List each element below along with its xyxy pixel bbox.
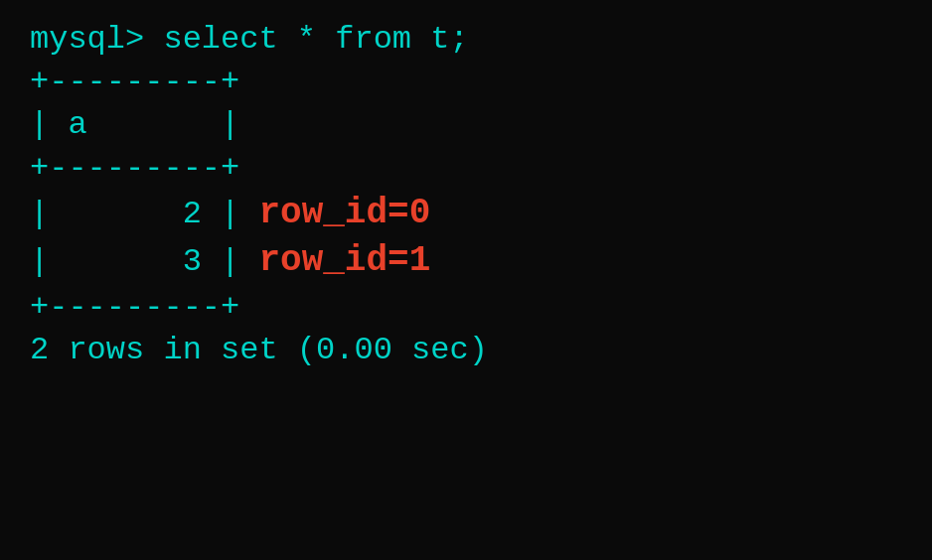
table-data-row2-annotation: row_id=1 [258, 237, 430, 286]
table-data-row2-separator [239, 240, 258, 283]
command-line: mysql> select * from t; [30, 18, 902, 61]
table-data-row1-left: | 2 | [30, 193, 239, 235]
table-border-mid: +---------+ [30, 147, 902, 190]
table-data-row1-separator [239, 193, 258, 235]
table-border-top: +---------+ [30, 61, 902, 103]
command: select * from t; [163, 18, 468, 61]
table-border-bot: +---------+ [30, 286, 902, 329]
table-data-row-2: | 3 | row_id=1 [30, 237, 902, 286]
table-header-row: | a | [30, 103, 902, 146]
table-data-row2-left: | 3 | [30, 240, 239, 283]
prompt: mysql> [30, 18, 163, 61]
table-data-row-1: | 2 | row_id=0 [30, 190, 902, 238]
table-data-row1-annotation: row_id=0 [258, 190, 430, 238]
terminal-window: mysql> select * from t; +---------+ | a … [0, 0, 932, 560]
footer-line: 2 rows in set (0.00 sec) [30, 329, 902, 371]
footer-text: 2 rows in set (0.00 sec) [30, 329, 488, 371]
